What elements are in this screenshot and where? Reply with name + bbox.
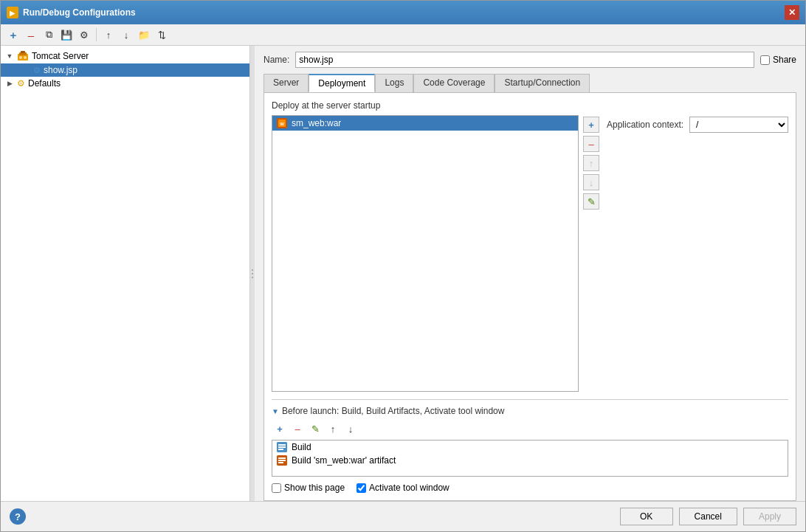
ok-label: OK — [640, 511, 652, 522]
remove-before-launch-button[interactable]: – — [289, 421, 306, 437]
tab-coverage[interactable]: Code Coverage — [413, 74, 495, 92]
add-icon: + — [588, 120, 594, 131]
tab-startup[interactable]: Startup/Connection — [495, 74, 590, 92]
save-config-button[interactable]: 💾 — [58, 27, 75, 43]
add-before-launch-button[interactable]: + — [272, 421, 288, 437]
activate-window-checkbox[interactable] — [356, 483, 366, 493]
save-icon: 💾 — [61, 30, 72, 41]
title-bar: ▶ Run/Debug Configurations ✕ — [1, 1, 805, 24]
copy-icon: ⧉ — [46, 29, 52, 41]
deploy-item-label: sm_web:war — [292, 118, 341, 128]
move-deploy-down-button[interactable]: ↓ — [583, 174, 599, 190]
move-down-button[interactable]: ↓ — [118, 27, 134, 43]
before-launch-section: ▼ Before launch: Build, Build Artifacts,… — [272, 399, 788, 477]
apply-button[interactable]: Apply — [743, 508, 796, 525]
tabs: Server Deployment Logs Code Coverage Sta… — [264, 74, 796, 92]
settings-button[interactable]: ⚙ — [76, 27, 92, 43]
copy-config-button[interactable]: ⧉ — [41, 27, 57, 43]
move-up-button[interactable]: ↑ — [100, 27, 117, 43]
svg-rect-14 — [278, 460, 286, 461]
right-panel: Name: Share Server Deployment Logs — [255, 46, 805, 501]
name-input[interactable] — [295, 52, 754, 68]
svg-rect-9 — [278, 444, 286, 446]
move-to-folder-button[interactable]: 📁 — [136, 27, 152, 43]
tree-item-tomcat-server[interactable]: ▼ Tomcat Server — [1, 49, 249, 63]
name-row: Name: Share — [264, 52, 796, 68]
svg-text:W: W — [280, 122, 284, 126]
arrow-up-icon: ↑ — [106, 30, 111, 41]
artifact-icon — [277, 455, 287, 466]
tab-server-label: Server — [273, 77, 299, 88]
folder-icon: 📁 — [138, 30, 150, 41]
down-before-launch-button[interactable]: ↓ — [342, 421, 359, 437]
cancel-button[interactable]: Cancel — [679, 508, 737, 525]
deploy-list: W sm_web:war — [272, 115, 579, 392]
share-checkbox[interactable] — [760, 55, 770, 65]
dialog-window: ▶ Run/Debug Configurations ✕ + – ⧉ 💾 ⚙ ↑… — [0, 0, 806, 532]
show-page-checkbox[interactable] — [272, 483, 281, 493]
remove-config-button[interactable]: – — [23, 27, 39, 43]
ok-button[interactable]: OK — [620, 508, 673, 525]
before-launch-list: Build — [272, 440, 788, 477]
tab-logs-label: Logs — [385, 77, 404, 88]
title-bar-left: ▶ Run/Debug Configurations — [7, 7, 136, 18]
before-launch-item-build[interactable]: Build — [272, 441, 788, 454]
before-launch-header: ▼ Before launch: Build, Build Artifacts,… — [272, 406, 788, 416]
tab-deployment-label: Deployment — [318, 78, 365, 89]
tomcat-icon — [17, 50, 29, 62]
up-arrow-icon: ↑ — [589, 158, 594, 169]
close-button[interactable]: ✕ — [785, 5, 799, 20]
move-deploy-up-button[interactable]: ↑ — [583, 155, 599, 171]
cancel-label: Cancel — [695, 511, 722, 522]
bottom-checkboxes: Show this page Activate tool window — [272, 483, 788, 493]
up-before-launch-icon: ↑ — [331, 424, 336, 435]
tab-server[interactable]: Server — [264, 74, 309, 92]
remove-icon: – — [588, 139, 593, 150]
down-before-launch-icon: ↓ — [348, 424, 354, 435]
app-icon: ▶ — [7, 7, 18, 18]
tree-item-defaults[interactable]: ▶ ⚙ Defaults — [1, 77, 249, 90]
edit-before-launch-button[interactable]: ✎ — [307, 421, 323, 437]
remove-deploy-button[interactable]: – — [583, 136, 599, 152]
help-button[interactable]: ? — [10, 508, 26, 525]
tab-logs[interactable]: Logs — [375, 74, 413, 92]
edit-before-launch-icon: ✎ — [311, 424, 320, 435]
up-before-launch-button[interactable]: ↑ — [325, 421, 341, 437]
footer: ? OK Cancel Apply — [1, 501, 805, 531]
footer-right: OK Cancel Apply — [620, 508, 796, 525]
svg-rect-2 — [21, 51, 25, 53]
deployment-content: Deploy at the server startup — [272, 100, 788, 493]
deploy-item-sm-web-war[interactable]: W sm_web:war — [272, 116, 578, 131]
expand-icon: ▼ — [5, 52, 14, 61]
sort-icon: ⇅ — [158, 30, 166, 41]
svg-rect-15 — [278, 462, 283, 463]
before-launch-label: Before launch: Build, Build Artifacts, A… — [282, 406, 505, 416]
minus-icon: – — [28, 29, 34, 41]
activate-window-wrap: Activate tool window — [356, 483, 450, 493]
share-checkbox-wrap: Share — [760, 55, 796, 65]
side-buttons: + – ↑ ↓ ✎ — [583, 115, 599, 392]
sort-button[interactable]: ⇅ — [154, 27, 170, 43]
tab-content: Deploy at the server startup — [264, 92, 796, 501]
title-bar-text: Run/Debug Configurations — [23, 7, 136, 18]
app-context-label: Application context: — [607, 120, 683, 130]
app-context-select[interactable]: / — [689, 117, 788, 133]
artifact-label: Build 'sm_web:war' artifact — [292, 455, 396, 466]
resize-dots — [252, 269, 253, 278]
name-label: Name: — [264, 55, 289, 65]
toolbar-separator-1 — [96, 28, 97, 41]
defaults-expand-icon: ▶ — [5, 79, 14, 88]
toolbar: + – ⧉ 💾 ⚙ ↑ ↓ 📁 ⇅ — [1, 24, 805, 46]
show-page-wrap: Show this page — [272, 483, 345, 493]
tab-deployment[interactable]: Deployment — [309, 74, 375, 92]
add-deploy-button[interactable]: + — [583, 117, 599, 133]
add-before-launch-icon: + — [277, 424, 283, 435]
deploy-section-label: Deploy at the server startup — [272, 100, 788, 111]
left-panel: ▼ Tomcat Server ▶ ⚙ show.jsp — [1, 46, 250, 501]
add-config-button[interactable]: + — [5, 27, 21, 43]
war-icon: W — [277, 118, 287, 128]
tree-item-show-jsp[interactable]: ▶ ⚙ show.jsp — [1, 63, 249, 77]
edit-deploy-button[interactable]: ✎ — [583, 193, 599, 210]
tomcat-server-label: Tomcat Server — [32, 51, 89, 61]
before-launch-item-artifact[interactable]: Build 'sm_web:war' artifact — [272, 454, 788, 467]
